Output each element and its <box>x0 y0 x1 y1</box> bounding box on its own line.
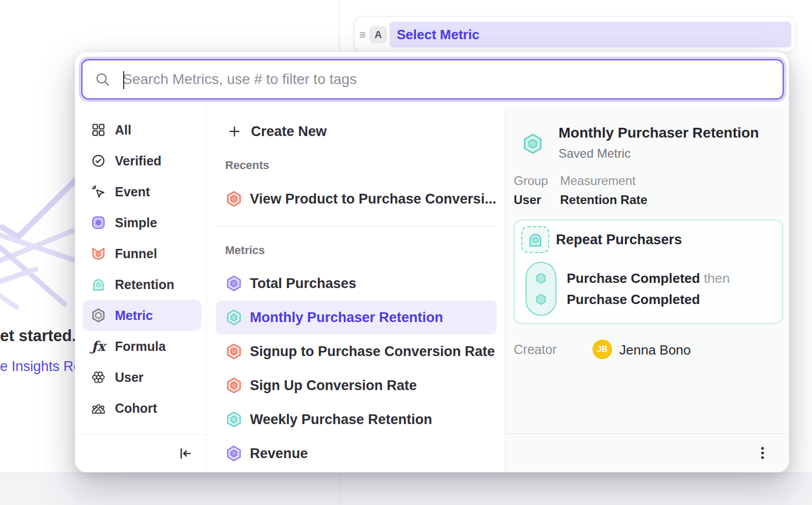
retention-metric-hexagon-icon <box>521 132 544 155</box>
collapse-sidebar-button[interactable] <box>178 446 193 461</box>
simple-metric-icon <box>91 215 106 230</box>
metric-definition-card: Repeat Purchasers Purchase Completed the… <box>514 220 783 324</box>
drag-handle-icon[interactable] <box>357 29 368 40</box>
sidebar-item-all[interactable]: All <box>75 114 206 145</box>
sidebar-item-user[interactable]: User <box>75 362 206 393</box>
metric-list: Create New Recents View Product to Purch… <box>207 105 505 472</box>
create-new-label: Create New <box>251 124 327 140</box>
sidebar-item-label: Simple <box>115 215 157 230</box>
search-input[interactable] <box>122 71 783 88</box>
creator-avatar: JB <box>593 340 612 359</box>
detail-title: Monthly Purchaser Retention <box>559 125 759 141</box>
background-heading-fragment: et started. <box>0 327 76 345</box>
sidebar-item-label: User <box>115 370 144 385</box>
retention-definition-icon <box>521 226 549 253</box>
funnel-metric-hexagon-icon <box>225 343 243 360</box>
metric-item-total-purchases[interactable]: Total Purchases <box>216 266 497 300</box>
definition-name: Repeat Purchasers <box>556 232 682 248</box>
metric-detail-panel: Monthly Purchaser Retention Saved Metric… <box>505 105 789 472</box>
sidebar-item-label: Metric <box>115 308 153 323</box>
filter-sidebar: All Verified Event <box>75 105 207 472</box>
grid-icon <box>91 122 106 138</box>
metric-item-label: Revenue <box>250 446 308 462</box>
recents-section-label: Recents <box>225 159 269 172</box>
sidebar-item-funnel[interactable]: Funnel <box>75 238 206 269</box>
funnel-metric-hexagon-icon <box>225 377 243 394</box>
metric-slot-bar: A Select Metric <box>354 16 796 53</box>
select-metric-label: Select Metric <box>397 27 479 43</box>
group-label: Group <box>514 174 560 188</box>
funnel-metric-hexagon-icon <box>225 190 243 208</box>
formula-icon: ƒx <box>91 339 106 354</box>
sidebar-item-verified[interactable]: Verified <box>75 145 206 176</box>
metric-item-weekly-purchase-retention[interactable]: Weekly Purchase Retention <box>216 402 497 436</box>
sidebar-item-label: Retention <box>115 277 174 292</box>
retention-step-2: Purchase Completed <box>567 292 700 308</box>
funnel-metric-icon <box>91 246 106 261</box>
metric-item-label: Sign Up Conversion Rate <box>250 378 417 394</box>
detail-properties: Group User Measurement Retention Rate <box>514 174 647 207</box>
measurement-value: Retention Rate <box>560 193 647 207</box>
retention-steps-pill <box>526 262 556 316</box>
background-link-fragment[interactable]: e Insights Re <box>0 359 81 375</box>
list-divider <box>216 226 497 226</box>
metric-hexagon-icon <box>91 308 106 323</box>
measurement-label: Measurement <box>560 174 647 188</box>
cohort-people-icon <box>91 400 106 416</box>
metric-item-label: Weekly Purchase Retention <box>250 412 432 428</box>
retention-step-1: Purchase Completed then <box>567 271 730 287</box>
sidebar-item-retention[interactable]: Retention <box>75 269 206 300</box>
retention-metric-hexagon-icon <box>225 411 243 428</box>
group-value: User <box>514 193 560 207</box>
simple-metric-hexagon-icon <box>225 275 243 292</box>
sidebar-item-label: Verified <box>115 154 161 169</box>
metric-item-sign-up-conversion-rate[interactable]: Sign Up Conversion Rate <box>216 368 497 402</box>
background-footer <box>0 473 812 505</box>
series-a-badge: A <box>369 26 387 43</box>
select-metric-pill[interactable]: Select Metric <box>390 22 791 47</box>
search-bar <box>81 59 784 99</box>
creator-name: Jenna Bono <box>619 342 691 358</box>
creator-row: Creator JB Jenna Bono <box>514 340 782 359</box>
sidebar-item-cohort[interactable]: Cohort <box>75 393 206 424</box>
sidebar-footer <box>75 434 206 472</box>
sidebar-item-simple[interactable]: Simple <box>75 207 206 238</box>
step-connector: then <box>704 271 730 286</box>
detail-type-label: Saved Metric <box>559 146 631 161</box>
more-options-button[interactable] <box>755 445 770 461</box>
detail-footer <box>505 433 789 472</box>
metric-item-signup-to-purchase-conversion-rate[interactable]: Signup to Purchase Conversion Rate <box>216 334 497 368</box>
search-icon <box>95 72 110 87</box>
step-event: Purchase Completed <box>567 271 700 286</box>
recent-item-view-product[interactable]: View Product to Purchase Conversi... <box>216 182 497 216</box>
page: et started. e Insights Re A Select Metri… <box>0 0 812 505</box>
simple-metric-hexagon-icon <box>225 445 243 462</box>
sidebar-item-label: Formula <box>115 339 166 354</box>
metric-picker-modal: All Verified Event <box>75 52 789 473</box>
step-hexagon-icon <box>534 293 548 306</box>
text-caret <box>123 71 124 89</box>
sidebar-item-metric[interactable]: Metric <box>83 300 201 331</box>
metric-item-label: Signup to Purchase Conversion Rate <box>250 344 495 360</box>
sidebar-item-label: Cohort <box>115 401 157 416</box>
recent-item-label: View Product to Purchase Conversi... <box>250 191 496 207</box>
sidebar-item-label: Funnel <box>115 246 157 261</box>
metrics-section-label: Metrics <box>225 244 265 257</box>
sidebar-item-formula[interactable]: ƒx Formula <box>75 331 206 362</box>
sidebar-item-label: All <box>115 123 131 138</box>
event-cursor-icon <box>91 184 106 199</box>
retention-metric-icon <box>91 277 106 292</box>
retention-metric-hexagon-icon <box>225 309 243 326</box>
metric-item-monthly-purchaser-retention[interactable]: Monthly Purchaser Retention <box>216 300 497 334</box>
metric-item-revenue[interactable]: Revenue <box>216 436 497 470</box>
sidebar-item-event[interactable]: Event <box>75 176 206 207</box>
user-cluster-icon <box>91 369 106 385</box>
metric-item-label: Total Purchases <box>250 276 357 292</box>
verified-badge-icon <box>91 153 106 169</box>
step-hexagon-icon <box>534 272 548 285</box>
plus-icon <box>228 125 241 138</box>
metric-item-label: Monthly Purchaser Retention <box>250 310 443 326</box>
create-new-button[interactable]: Create New <box>216 116 497 147</box>
step-event: Purchase Completed <box>567 292 700 307</box>
sidebar-item-label: Event <box>115 184 150 199</box>
